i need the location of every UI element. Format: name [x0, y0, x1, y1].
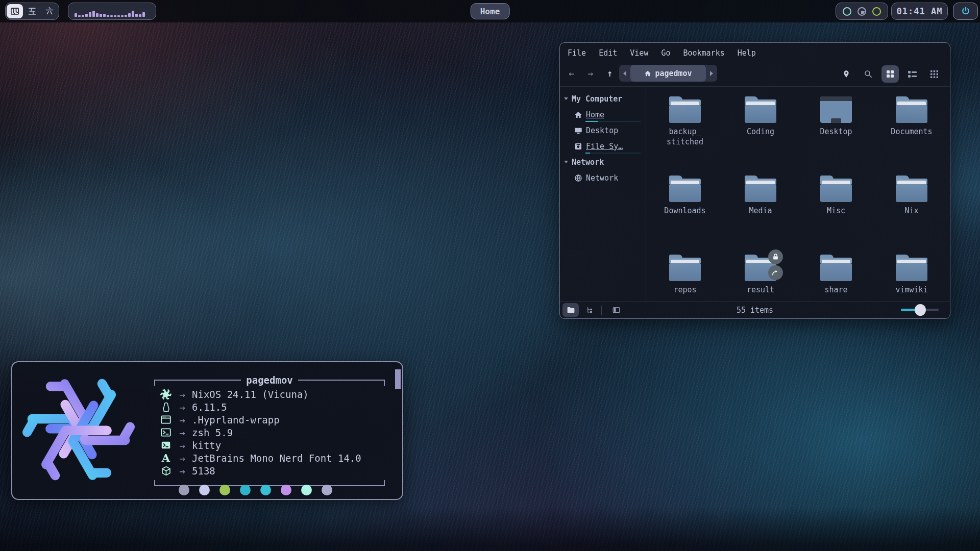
folder-item-coding[interactable]: Coding [723, 89, 798, 168]
menubar: File Edit View Go Bookmarks Help [560, 43, 950, 62]
power-icon [961, 6, 971, 16]
clock: 01:41 AM [897, 6, 943, 16]
folder-label: backup_ stitched [667, 127, 703, 147]
visualizer-bar [89, 12, 91, 17]
path-segment-label: pagedmov [655, 69, 692, 78]
visualizer-bar [78, 15, 81, 17]
fetch-frame-top: pagedmov [154, 374, 385, 386]
nix-icon [159, 389, 173, 400]
search-button[interactable] [860, 65, 877, 83]
sidebar-item-filesystem[interactable]: File Sy… [563, 138, 646, 154]
menu-go[interactable]: Go [661, 48, 670, 62]
folder-label: repos [673, 285, 696, 295]
folder-icon [669, 96, 701, 123]
sidebar-item-label: File Sy… [586, 142, 623, 151]
visualizer-bar [121, 15, 124, 17]
folder-label: Media [749, 206, 772, 216]
sidebar-item-label: Home [586, 110, 604, 119]
lock-icon [772, 253, 779, 261]
visualizer-bar [125, 15, 127, 17]
arrow-icon: → [173, 402, 192, 413]
group-label: My Computer [572, 94, 622, 104]
menu-file[interactable]: File [568, 48, 586, 62]
list-view-button[interactable] [903, 65, 921, 83]
folder-icon [669, 176, 701, 202]
zoom-slider[interactable] [901, 309, 939, 311]
fetch-row-shell: → zsh 5.9 [159, 426, 385, 439]
menu-edit[interactable]: Edit [599, 48, 617, 62]
menu-help[interactable]: Help [738, 48, 756, 62]
folder-label: Nix [904, 206, 918, 216]
toolbar-right-icons [838, 65, 943, 83]
back-button[interactable]: ← [564, 65, 579, 81]
menu-bookmarks[interactable]: Bookmarks [683, 48, 724, 62]
fetch-wm-value: .Hyprland-wrapp [192, 414, 280, 425]
fetch-row-font: A → JetBrains Mono Nerd Font 14.0 [159, 452, 385, 464]
folder-icon [896, 255, 927, 281]
caret-down-icon [564, 161, 568, 163]
folder-label: result [747, 285, 774, 295]
compact-view-button[interactable] [925, 65, 943, 83]
pin-icon [842, 69, 850, 79]
folder-item-backup-stitched[interactable]: backup_ stitched [647, 89, 723, 168]
visualizer-bar [107, 15, 109, 17]
fetch-os-value: NixOS 24.11 (Vicuna) [192, 389, 309, 400]
workspace-4[interactable] [7, 4, 23, 18]
sidebar-group-network[interactable]: Network [563, 154, 646, 170]
shell-icon [159, 427, 173, 438]
visualizer-bar [110, 15, 113, 17]
filesystem-icon [574, 142, 582, 151]
path-segment-home[interactable]: pagedmov [630, 65, 706, 82]
workspace-5[interactable] [24, 4, 40, 18]
items-count: 55 items [560, 306, 950, 315]
arrow-icon: → [173, 465, 192, 477]
icon-view-button[interactable] [881, 65, 899, 83]
fetch-font-value: JetBrains Mono Nerd Font 14.0 [192, 453, 361, 464]
file-manager-window: File Edit View Go Bookmarks Help ← → ↑ p… [559, 42, 950, 319]
chevron-left-icon [623, 71, 626, 76]
home-icon [574, 111, 582, 119]
visualizer-bar [92, 11, 95, 17]
sidebar-item-home[interactable]: Home [563, 107, 646, 122]
folder-item-nix[interactable]: Nix [874, 168, 949, 247]
workspace-6[interactable] [41, 4, 58, 18]
visualizer-bars [75, 6, 150, 17]
toolbar: ← → ↑ pagedmov [560, 62, 950, 86]
sidebar-group-my-computer[interactable]: My Computer [563, 91, 646, 107]
arrow-icon: → [173, 453, 192, 464]
lock-badge [768, 249, 783, 264]
path-scroll-left[interactable] [619, 71, 630, 76]
fetch-frame: pagedmov → NixOS 24.11 (Vicuna) [154, 374, 385, 486]
sidebar-item-label: Desktop [586, 126, 618, 135]
zoom-slider-thumb[interactable] [915, 304, 926, 316]
sidebar-item-network[interactable]: Network [563, 170, 646, 186]
power-button[interactable] [953, 3, 978, 20]
fetch-row-packages: → 5138 [159, 464, 385, 477]
forward-button[interactable]: → [583, 65, 598, 81]
location-button[interactable] [838, 65, 855, 83]
status-circle-half[interactable] [857, 7, 866, 16]
menu-view[interactable]: View [630, 48, 648, 62]
terminal-window[interactable]: pagedmov → NixOS 24.11 (Vicuna) [11, 361, 403, 500]
folder-item-desktop[interactable]: Desktop [798, 89, 874, 168]
folder-label: Coding [747, 127, 774, 137]
visualizer-bar [96, 13, 99, 17]
sidebar-item-desktop[interactable]: Desktop [563, 122, 646, 138]
status-circle-green[interactable] [872, 7, 881, 16]
status-circle-teal[interactable] [843, 7, 851, 16]
folder-label: share [824, 285, 847, 295]
focused-window-pill[interactable]: Home [471, 3, 510, 19]
list-view-icon [908, 70, 917, 78]
folder-item-downloads[interactable]: Downloads [647, 168, 723, 247]
path-scroll-right[interactable] [706, 71, 717, 76]
focused-window-title: Home [480, 7, 500, 16]
home-icon [644, 70, 651, 77]
folder-item-documents[interactable]: Documents [874, 89, 949, 168]
fetch-rows: → NixOS 24.11 (Vicuna) → 6.11.5 [154, 386, 385, 480]
palette-dot [179, 485, 189, 495]
folder-item-media[interactable]: Media [723, 168, 798, 247]
folder-item-misc[interactable]: Misc [798, 168, 874, 247]
up-button[interactable]: ↑ [602, 65, 618, 81]
file-grid: backup_ stitched Coding Desktop Document… [647, 89, 950, 319]
arrow-icon: → [173, 440, 192, 451]
